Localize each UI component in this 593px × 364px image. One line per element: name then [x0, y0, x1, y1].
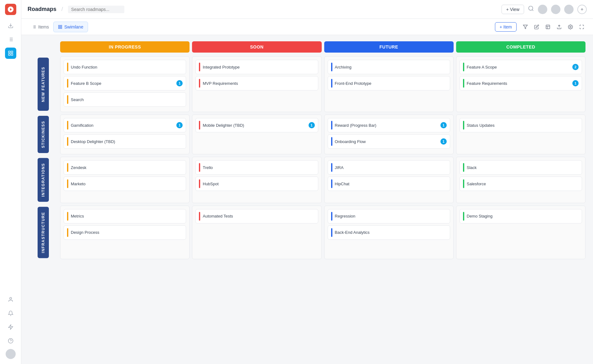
svg-rect-25: [60, 27, 62, 28]
page-title: Roadmaps: [28, 6, 56, 13]
sidebar-swimlane-icon[interactable]: [5, 48, 16, 59]
card[interactable]: Reward (Progress Bar)1: [328, 118, 450, 132]
card[interactable]: Undo Function: [64, 60, 186, 74]
fullscreen-icon-button[interactable]: [577, 22, 587, 32]
card-text: Trello: [203, 165, 315, 170]
sidebar: [0, 0, 21, 364]
avatar-3: [564, 5, 574, 14]
card-indicator: [199, 163, 200, 172]
card[interactable]: Trello: [195, 160, 318, 175]
card[interactable]: Integrated Prototype: [195, 60, 318, 74]
lane-new-features-soon: Integrated PrototypeMVP Requirements: [192, 56, 321, 112]
card[interactable]: Desktop Delighter (TBD): [64, 134, 186, 149]
card-indicator: [67, 63, 68, 71]
card[interactable]: Status Updates: [460, 118, 582, 132]
toolbar-icons: [520, 22, 587, 32]
sidebar-user-icon[interactable]: [5, 294, 16, 305]
card-indicator: [67, 179, 68, 188]
card-text: HipChat: [335, 182, 447, 186]
sidebar-bell-icon[interactable]: [5, 308, 16, 319]
card-indicator: [331, 63, 332, 71]
card-indicator: [331, 121, 332, 130]
card-indicator: [67, 137, 68, 146]
card[interactable]: Design Process: [64, 225, 186, 240]
edit-icon-button[interactable]: [532, 22, 542, 32]
layout-icon-button[interactable]: [543, 22, 553, 32]
sidebar-list-icon[interactable]: [5, 34, 16, 45]
tab-items[interactable]: Items: [28, 22, 53, 32]
card-indicator: [463, 212, 464, 221]
lane-infrastructure-soon: Automated Tests: [192, 206, 321, 259]
card[interactable]: MVP Requirements: [195, 76, 318, 90]
card[interactable]: Regression: [328, 209, 450, 223]
card-indicator: [67, 163, 68, 172]
settings-icon-button[interactable]: [565, 22, 575, 32]
card[interactable]: Slack: [460, 160, 582, 175]
svg-marker-11: [8, 325, 13, 330]
card[interactable]: Gamification1: [64, 118, 186, 132]
subtoolbar: Items Swimlane + Item: [21, 19, 593, 35]
card-indicator: [463, 121, 464, 130]
row-label-cell-new-features: NEW FEATURES: [28, 55, 59, 113]
col-header-completed: COMPLETED: [456, 41, 585, 53]
avatar-2: [551, 5, 560, 14]
card-badge: 1: [440, 138, 447, 145]
card-text: Desktop Delighter (TBD): [71, 139, 183, 144]
card[interactable]: Metrics: [64, 209, 186, 223]
card-indicator: [199, 79, 200, 88]
card[interactable]: Feature Requirements1: [460, 76, 582, 90]
tab-swimlane[interactable]: Swimlane: [53, 22, 88, 32]
card[interactable]: Automated Tests: [195, 209, 318, 223]
card-indicator: [67, 228, 68, 237]
card-text: Regression: [335, 214, 447, 218]
add-item-button[interactable]: + Item: [495, 22, 517, 32]
sidebar-help-icon[interactable]: [5, 335, 16, 346]
card[interactable]: Onboarding Flow1: [328, 134, 450, 149]
card[interactable]: Search: [64, 92, 186, 107]
card-indicator: [67, 212, 68, 221]
add-user-button[interactable]: +: [577, 5, 587, 14]
card[interactable]: HipChat: [328, 177, 450, 191]
sidebar-download-icon[interactable]: [5, 20, 16, 31]
card-text: Salesforce: [467, 182, 579, 186]
sidebar-lightning-icon[interactable]: [5, 321, 16, 333]
card[interactable]: Zendesk: [64, 160, 186, 175]
card[interactable]: JIRA: [328, 160, 450, 175]
card[interactable]: Feature B Scope1: [64, 76, 186, 90]
card-badge: 1: [440, 122, 447, 128]
breadcrumb-input[interactable]: [68, 6, 124, 13]
upload-icon-button[interactable]: [554, 22, 564, 32]
card-indicator: [199, 179, 200, 188]
card-indicator: [67, 121, 68, 130]
card[interactable]: Archiving: [328, 60, 450, 74]
add-view-button[interactable]: + View: [502, 5, 524, 14]
card-badge: 2: [572, 64, 579, 70]
card-text: Mobile Delighter (TBD): [203, 123, 306, 128]
card[interactable]: Marketo: [64, 177, 186, 191]
card[interactable]: Front-End Prototype: [328, 76, 450, 90]
filter-icon-button[interactable]: [520, 22, 530, 32]
card-indicator: [199, 212, 200, 221]
sidebar-user-avatar[interactable]: [6, 349, 16, 359]
card[interactable]: Salesforce: [460, 177, 582, 191]
row-label-stickiness: STICKINESS: [38, 116, 49, 153]
card[interactable]: Demo Staging: [460, 209, 582, 223]
card[interactable]: Mobile Delighter (TBD)1: [195, 118, 318, 132]
card-indicator: [331, 179, 332, 188]
lane-stickiness-soon: Mobile Delighter (TBD)1: [192, 115, 321, 154]
col-header-future: FUTURE: [324, 41, 454, 53]
app-logo[interactable]: [5, 4, 16, 15]
lane-integrations-future: JIRAHipChat: [324, 157, 454, 203]
row-label-cell-stickiness: STICKINESS: [28, 113, 59, 156]
card-text: Marketo: [71, 182, 183, 186]
lane-infrastructure-future: RegressionBack-End Analytics: [324, 206, 454, 259]
card-indicator: [463, 79, 464, 88]
card[interactable]: Feature A Scope2: [460, 60, 582, 74]
swimlane-board: IN PROGRESSSOONFUTURECOMPLETEDNEW FEATUR…: [28, 41, 587, 260]
card[interactable]: Back-End Analytics: [328, 225, 450, 240]
card-badge: 1: [572, 80, 579, 86]
card-text: Design Process: [71, 230, 183, 235]
search-icon[interactable]: [528, 5, 534, 13]
card[interactable]: HubSpot: [195, 177, 318, 191]
card-text: Zendesk: [71, 165, 183, 170]
